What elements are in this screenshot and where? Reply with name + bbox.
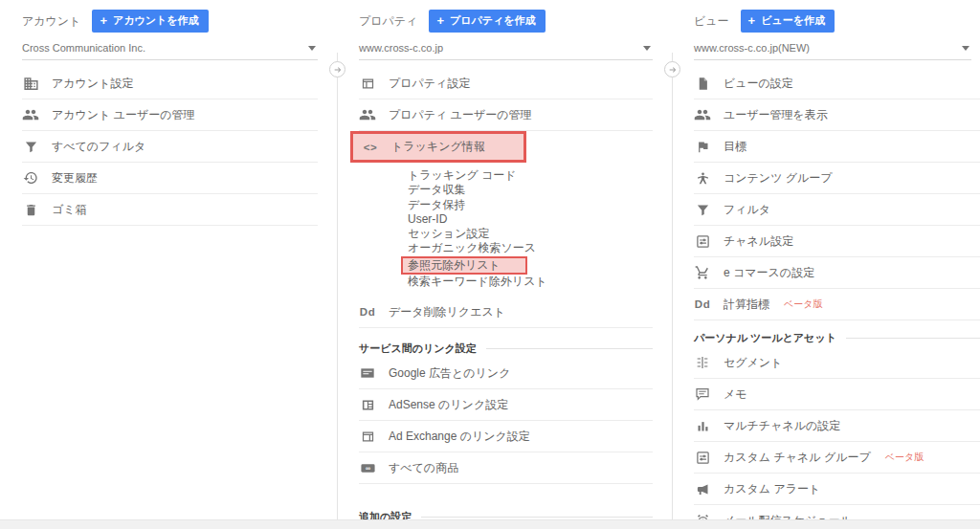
menu-item[interactable]: セグメント [694, 347, 980, 379]
menu-item[interactable]: すべてのフィルタ [22, 131, 318, 163]
submenu-item-label: データ保持 [408, 198, 466, 211]
property-selector[interactable]: www.cross-c.co.jp [359, 42, 653, 60]
collapse-property-column-button[interactable] [664, 61, 680, 77]
menu-item-label: 計算指標 [724, 297, 769, 313]
property-selector-value: www.cross-c.co.jp [359, 42, 443, 54]
dd-icon: Dd [359, 306, 376, 318]
account-selector[interactable]: Cross Communication Inc. [22, 42, 318, 60]
account-column-title: アカウント [22, 13, 80, 30]
svg-text:∞: ∞ [365, 465, 369, 473]
code-icon: <> [362, 142, 379, 153]
product-linking-menu: Google 広告とのリンクAdSense のリンク設定Ad Exchange … [359, 358, 653, 484]
menu-item[interactable]: ビューの設定 [694, 68, 980, 99]
menu-item[interactable]: カスタム チャネル グループベータ版 [694, 442, 980, 474]
menu-item[interactable]: ゴミ箱 [22, 194, 318, 226]
menu-item[interactable]: <>トラッキング情報 [359, 131, 653, 163]
chevron-down-icon [962, 46, 969, 51]
menu-item-label: すべての商品 [389, 460, 458, 476]
submenu-item[interactable]: トラッキング コード [408, 168, 653, 183]
arrow-right-icon [333, 65, 343, 75]
history-icon [22, 170, 39, 186]
tracking-info-submenu: トラッキング コードデータ収集データ保持User-IDセッション設定オーガニック… [359, 163, 653, 297]
menu-item-label: カスタム チャネル グループ [724, 450, 871, 466]
submenu-item-label: セッション設定 [408, 227, 489, 240]
column-divider [337, 53, 338, 519]
menu-item[interactable]: アカウント設定 [22, 68, 318, 99]
collapse-account-column-button[interactable] [329, 61, 345, 77]
view-column-title: ビュー [694, 13, 729, 30]
submenu-item[interactable]: 検索キーワード除外リスト [408, 275, 653, 289]
menu-item[interactable]: ∞すべての商品 [359, 452, 653, 484]
menu-item[interactable]: メモ [694, 379, 980, 410]
submenu-item[interactable]: 参照元除外リスト [408, 256, 653, 275]
menu-item[interactable]: AdSense のリンク設定 [359, 389, 653, 421]
menu-item-label: プロパティ ユーザーの管理 [389, 107, 532, 123]
submenu-item[interactable]: セッション設定 [408, 227, 653, 241]
chevron-down-icon [643, 46, 651, 51]
menu-item[interactable]: 目標 [694, 131, 980, 163]
view-selector[interactable]: www.cross-c.co.jp(NEW) [694, 42, 971, 60]
submenu-item[interactable]: オーガニック検索ソース [408, 241, 653, 255]
menu-item[interactable]: 変更履歴 [22, 163, 318, 194]
menu-item-label: セグメント [724, 355, 782, 371]
menu-item[interactable]: Google 広告とのリンク [359, 358, 653, 389]
menu-item[interactable]: プロパティ ユーザーの管理 [359, 99, 653, 131]
panel-icon [359, 77, 376, 91]
submenu-item[interactable]: データ収集 [408, 183, 653, 197]
menu-item-label: すべてのフィルタ [52, 139, 145, 155]
menu-item-label: ビューの設定 [724, 76, 793, 92]
create-account-button[interactable]: + アカウントを作成 [92, 10, 208, 33]
chevron-down-icon [308, 46, 316, 51]
menu-item-label: データ削除リクエスト [389, 304, 505, 320]
document-icon [694, 77, 711, 91]
menu-item-label: チャネル設定 [724, 233, 793, 250]
menu-item-label: カスタム アラート [724, 481, 820, 497]
beta-badge: ベータ版 [784, 298, 822, 311]
ads-card-icon [359, 365, 376, 381]
menu-item[interactable]: ユーザー管理を表示 [694, 99, 980, 131]
account-menu: アカウント設定アカウント ユーザーの管理すべてのフィルタ変更履歴ゴミ箱 [0, 60, 337, 226]
create-property-button[interactable]: + プロパティを作成 [429, 10, 545, 33]
menu-item[interactable]: Ad Exchange のリンク設定 [359, 421, 653, 452]
menu-item-label: ゴミ箱 [52, 202, 87, 218]
cart-icon [694, 265, 711, 280]
menu-item[interactable]: チャネル設定 [694, 226, 980, 257]
menu-item-label: アカウント設定 [52, 76, 133, 92]
create-view-button[interactable]: + ビューを作成 [741, 10, 835, 33]
layout-icon [359, 430, 376, 444]
property-column-title: プロパティ [359, 13, 417, 30]
segments-icon [694, 355, 711, 370]
menu-item[interactable]: Dd計算指標ベータ版 [694, 289, 980, 320]
create-property-button-label: プロパティを作成 [450, 13, 536, 28]
submenu-item-label: データ収集 [408, 183, 466, 196]
flag-icon [694, 140, 711, 154]
submenu-item[interactable]: データ保持 [408, 198, 653, 212]
menu-item[interactable]: コンテンツ グループ [694, 163, 980, 194]
people-icon [359, 106, 376, 123]
menu-item[interactable]: e コマースの設定 [694, 257, 980, 289]
menu-item[interactable]: マルチチャネルの設定 [694, 410, 980, 442]
menu-item[interactable]: Ddデータ削除リクエスト [359, 297, 653, 328]
page-footer-strip [0, 519, 980, 529]
personal-tools-section-title: パーソナル ツールとアセット [694, 331, 980, 345]
menu-item[interactable]: アカウント ユーザーの管理 [22, 99, 318, 131]
sliders-icon [694, 234, 711, 249]
menu-item[interactable]: カスタム アラート [694, 474, 980, 505]
menu-item-label: ユーザー管理を表示 [724, 107, 828, 123]
column-divider [672, 53, 673, 519]
dd-icon: Dd [694, 298, 711, 310]
account-selector-value: Cross Communication Inc. [22, 42, 145, 54]
plus-icon: + [100, 16, 107, 26]
menu-item-label: e コマースの設定 [724, 265, 814, 281]
people-icon [694, 106, 711, 123]
menu-item-label: フィルタ [724, 202, 770, 218]
ga-admin-page: アカウント + アカウントを作成 Cross Communication Inc… [0, 0, 980, 529]
menu-item-label: 変更履歴 [52, 170, 98, 187]
menu-item[interactable]: フィルタ [694, 194, 980, 226]
menu-item-label: メモ [724, 386, 747, 403]
menu-item-label: Google 広告とのリンク [389, 365, 510, 382]
menu-item[interactable]: プロパティ設定 [359, 68, 653, 99]
submenu-item[interactable]: User-ID [408, 212, 653, 227]
people-icon [22, 106, 39, 123]
highlight-box: <>トラッキング情報 [350, 131, 526, 163]
